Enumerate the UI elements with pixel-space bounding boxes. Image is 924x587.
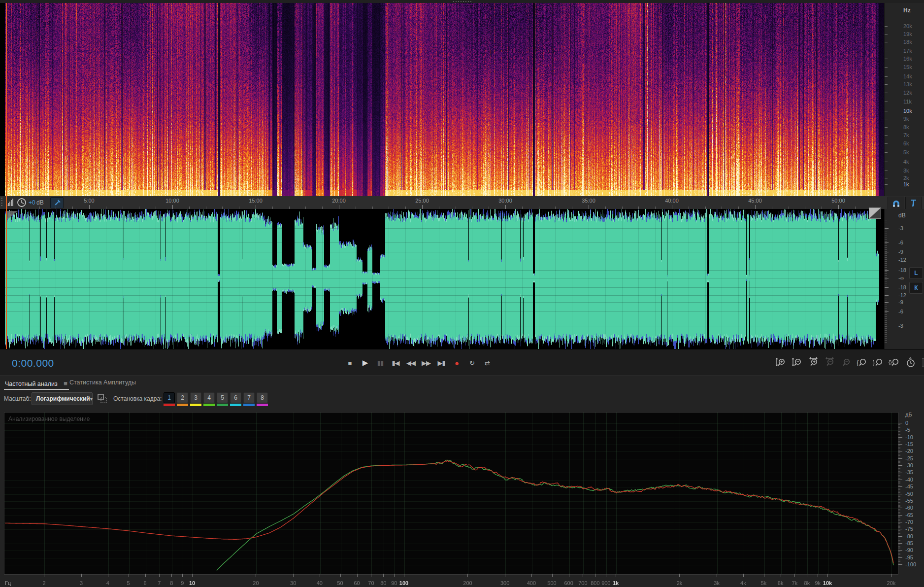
plot-db-tick [898, 441, 900, 442]
time-ruler[interactable]: 5:0010:0015:0020:0025:0030:0035:0040:004… [0, 196, 884, 209]
plot-db-tick [898, 434, 900, 435]
plot-db-tick [898, 424, 900, 425]
hold-frame-color-6 [230, 404, 241, 406]
plot-db-tick-label: -15 [905, 441, 913, 447]
restore-default-zoom-button[interactable] [904, 357, 917, 369]
plot-freq-tick-label: 800 [591, 580, 599, 586]
loop-playback-button[interactable]: ↻ [465, 357, 478, 369]
plot-freq-tick [616, 574, 616, 577]
plot-freq-tick-label: 3 [80, 580, 83, 586]
hold-frame-button-8[interactable]: 8 [257, 392, 268, 403]
skip-selection-button[interactable]: ⇄ [481, 357, 494, 369]
db-axis-minor-ticks [885, 220, 887, 343]
zoom-in-vertical-button[interactable] [774, 357, 787, 369]
time-ruler-label: 5:00 [84, 198, 94, 204]
zoom-toolbar: {}{} [774, 357, 924, 369]
plot-freq-tick [404, 574, 404, 577]
plot-db-tick [898, 525, 900, 525]
hold-frame-button-4[interactable]: 4 [203, 392, 215, 403]
fade-in-handle[interactable] [7, 211, 18, 220]
plot-db-tick [898, 499, 900, 500]
hold-frame-button-5[interactable]: 5 [217, 392, 228, 403]
db-tick [885, 260, 889, 260]
go-to-start-button[interactable]: ▮◀ [389, 357, 402, 369]
freq-tick [885, 152, 888, 153]
marker-pin-button[interactable] [905, 197, 922, 209]
active-tab-underline [4, 389, 69, 390]
play-button[interactable]: ▶ [359, 357, 371, 369]
panel-menu-icon[interactable]: ≡ [64, 380, 67, 387]
frequency-plot[interactable]: Анализированное выделение [4, 412, 898, 575]
zoom-in-right-selection-button[interactable]: } [872, 357, 885, 369]
time-display[interactable]: 0:00.000 [12, 357, 54, 369]
zoom-out-vertical-button[interactable] [791, 357, 803, 369]
hold-frame-button-7[interactable]: 7 [243, 392, 255, 403]
plot-db-tick [898, 560, 900, 560]
plot-db-tick-label: 0 [905, 420, 908, 426]
hold-frame-color-8 [257, 404, 268, 406]
panel-grip-handle[interactable] [453, 1, 473, 2]
hold-frame-button-6[interactable]: 6 [230, 392, 241, 403]
spectrogram-section: Hz 20k19k18k17k16k15k14k13k12k11k10k9k8k… [0, 3, 924, 196]
plot-freq-tick [891, 574, 891, 577]
plot-freq-tick [192, 574, 193, 577]
plot-db-tick [898, 457, 900, 457]
hold-frame-button-2[interactable]: 2 [177, 392, 188, 403]
plot-db-tick-label: -35 [905, 469, 913, 475]
spectrogram-display[interactable] [5, 3, 884, 196]
snap-toggle-button[interactable] [888, 197, 904, 209]
plot-freq-tick-label: 30 [290, 580, 296, 586]
pause-button[interactable]: ▮▮ [374, 357, 387, 369]
db-tick [885, 242, 889, 243]
tab-frequency-analysis[interactable]: Частотный анализ ≡ [5, 379, 67, 388]
plot-db-tick [898, 465, 902, 466]
channel-left-button[interactable]: L [909, 267, 923, 279]
zoom-in-horizontal-button[interactable] [807, 357, 820, 369]
scale-select[interactable]: Логарифмический ▾ [32, 392, 93, 405]
plot-db-tick-label: -55 [905, 498, 913, 504]
db-tick-label: -9 [898, 249, 903, 255]
plot-db-tick [898, 488, 900, 488]
zoom-in-left-selection-button[interactable]: { [856, 357, 868, 369]
plot-db-tick [898, 483, 900, 483]
plot-db-tick [898, 553, 900, 553]
zoom-to-selection-button[interactable]: {} [888, 357, 901, 369]
plot-freq-tick-label: 2k [677, 580, 683, 586]
rewind-button[interactable]: ◀◀ [404, 357, 417, 369]
plot-db-tick [898, 556, 900, 556]
zoom-reset-button[interactable] [839, 357, 852, 369]
fast-forward-button[interactable]: ▶▶ [420, 357, 432, 369]
fade-out-handle[interactable] [869, 207, 881, 219]
plot-freq-tick [717, 574, 717, 577]
hold-frame-button-3[interactable]: 3 [190, 392, 201, 403]
transport-bar: 0:00.000 ■▶▮▮▮◀◀◀▶▶▶▮●↻⇄ {}{} [0, 349, 924, 376]
zoom-full-button[interactable] [921, 357, 924, 369]
plot-freq-tick-label: 5k [761, 580, 767, 586]
playhead[interactable] [6, 3, 7, 349]
stop-button[interactable]: ■ [343, 357, 356, 369]
plot-freq-tick-label: 9k [815, 580, 821, 586]
plot-freq-tick-label: 300 [500, 580, 509, 586]
svg-text:}: } [873, 359, 875, 366]
audio-editor-window: Hz 20k19k18k17k16k15k14k13k12k11k10k9k8k… [0, 0, 924, 587]
copy-frame-icon[interactable] [97, 393, 108, 406]
freq-tick-label: 13k [903, 81, 912, 87]
hold-frame-button-1[interactable]: 1 [164, 392, 175, 403]
waveform-display[interactable] [5, 209, 883, 349]
freq-tick [885, 42, 888, 42]
time-tick [256, 205, 256, 209]
plot-db-tick [898, 504, 900, 504]
record-button[interactable]: ● [450, 357, 463, 369]
plot-db-tick [898, 474, 900, 474]
plot-freq-tick-label: 4 [106, 580, 109, 586]
freq-tick [885, 67, 888, 68]
go-to-end-button[interactable]: ▶▮ [435, 357, 448, 369]
plot-db-tick [898, 516, 900, 517]
tab-amplitude-statistics[interactable]: Статистика Амплитуды [69, 379, 136, 386]
plot-freq-tick-label: 3k [714, 580, 720, 586]
time-tick [505, 205, 506, 209]
channel-right-button[interactable]: К [909, 282, 923, 294]
plot-freq-tick [606, 574, 606, 577]
zoom-out-horizontal-button[interactable] [823, 357, 836, 369]
freq-tick-label: 5k [903, 149, 909, 155]
